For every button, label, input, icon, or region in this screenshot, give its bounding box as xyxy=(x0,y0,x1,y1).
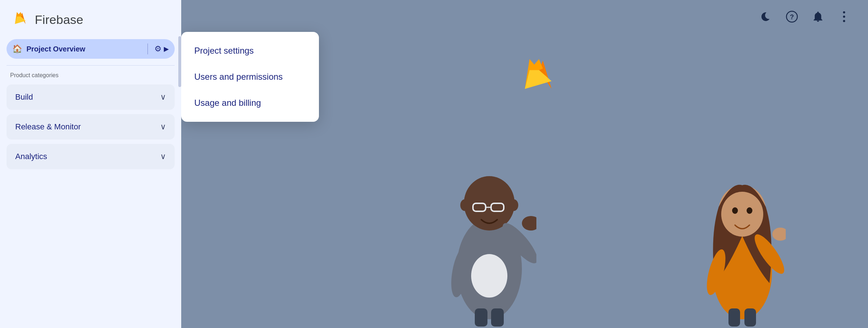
help-icon: ? xyxy=(785,10,798,23)
svg-rect-27 xyxy=(744,308,756,327)
dark-mode-button[interactable] xyxy=(756,7,775,26)
svg-point-14 xyxy=(522,216,536,231)
build-label: Build xyxy=(15,92,33,102)
character-2-illustration xyxy=(699,163,786,327)
sidebar: Firebase 🏠 Project Overview ⚙ ▶ Product … xyxy=(0,0,181,328)
firebase-flame-icon xyxy=(516,54,560,101)
release-monitor-label: Release & Monitor xyxy=(15,122,81,132)
firebase-flame-decoration xyxy=(516,54,560,103)
character-1 xyxy=(442,153,536,328)
build-chevron-down-icon: ∨ xyxy=(160,92,166,102)
notifications-button[interactable] xyxy=(809,7,827,26)
svg-point-4 xyxy=(843,20,845,22)
svg-point-7 xyxy=(464,176,515,231)
sidebar-header: Firebase xyxy=(0,0,181,36)
svg-point-20 xyxy=(721,192,763,237)
help-button[interactable]: ? xyxy=(782,7,801,26)
svg-point-22 xyxy=(747,207,752,214)
svg-point-2 xyxy=(843,11,845,13)
release-monitor-chevron-down-icon: ∨ xyxy=(160,122,166,132)
svg-point-24 xyxy=(772,228,786,241)
divider xyxy=(148,43,148,54)
app-title: Firebase xyxy=(35,13,83,27)
main-content: ? xyxy=(181,0,868,328)
gear-settings-button[interactable]: ⚙ ▶ xyxy=(154,44,169,54)
dropdown-menu: Project settings Users and permissions U… xyxy=(181,32,319,122)
sidebar-section-release-monitor[interactable]: Release & Monitor ∨ xyxy=(7,114,175,140)
sidebar-section-analytics[interactable]: Analytics ∨ xyxy=(7,144,175,169)
svg-rect-26 xyxy=(728,308,740,327)
character-2 xyxy=(699,163,786,328)
home-icon: 🏠 xyxy=(12,44,22,54)
analytics-chevron-down-icon: ∨ xyxy=(160,152,166,161)
dark-mode-icon xyxy=(759,10,772,23)
svg-point-21 xyxy=(732,207,738,214)
svg-point-9 xyxy=(510,199,518,211)
svg-point-8 xyxy=(460,199,469,211)
svg-rect-17 xyxy=(491,308,504,327)
notifications-icon xyxy=(811,10,825,23)
sidebar-scrollbar[interactable] xyxy=(178,36,181,87)
project-overview-label: Project Overview xyxy=(26,45,141,53)
chevron-right-icon: ▶ xyxy=(164,45,169,53)
sidebar-section-build[interactable]: Build ∨ xyxy=(7,84,175,110)
svg-text:?: ? xyxy=(790,13,794,21)
project-overview-button[interactable]: 🏠 Project Overview ⚙ ▶ xyxy=(7,39,175,59)
sidebar-divider xyxy=(7,65,175,66)
svg-rect-16 xyxy=(475,308,487,327)
build-section-row[interactable]: Build ∨ xyxy=(7,84,175,110)
dropdown-item-users-permissions[interactable]: Users and permissions xyxy=(181,64,319,90)
svg-point-6 xyxy=(471,254,507,298)
svg-point-3 xyxy=(843,16,845,18)
character-1-illustration xyxy=(442,153,536,327)
analytics-label: Analytics xyxy=(15,152,47,161)
more-options-button[interactable] xyxy=(835,7,854,26)
top-header-icons: ? xyxy=(756,7,854,26)
more-options-icon xyxy=(842,10,846,23)
gear-icon: ⚙ xyxy=(154,44,162,54)
release-monitor-section-row[interactable]: Release & Monitor ∨ xyxy=(7,114,175,140)
product-categories-label: Product categories xyxy=(0,72,181,84)
analytics-section-row[interactable]: Analytics ∨ xyxy=(7,144,175,169)
firebase-logo-icon xyxy=(11,10,30,29)
dropdown-item-project-settings[interactable]: Project settings xyxy=(181,38,319,64)
dropdown-item-usage-billing[interactable]: Usage and billing xyxy=(181,90,319,116)
